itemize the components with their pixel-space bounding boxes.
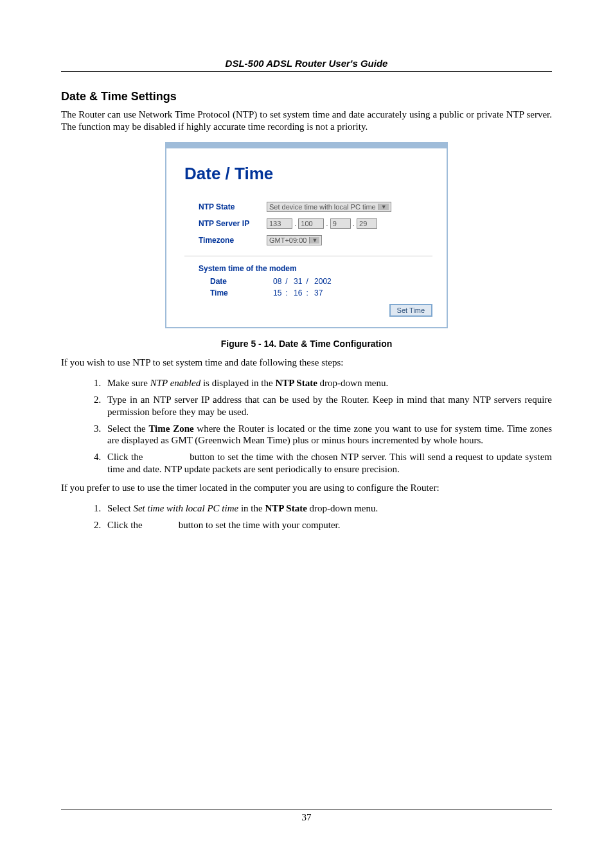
panel-title: Date / Time (184, 164, 432, 184)
timezone-select[interactable]: GMT+09:00 ▼ (267, 235, 322, 245)
time-values: 15: 16: 37 (273, 288, 326, 297)
ip-octet-2[interactable]: 100 (298, 218, 324, 229)
page-header: DSL-500 ADSL Router User's Guide (61, 58, 552, 72)
date-day: 31 (294, 277, 302, 286)
date-values: 08/ 31/ 2002 (273, 277, 335, 286)
after-fig-text-1: If you wish to use NTP to set system tim… (61, 357, 552, 369)
date-time-panel: Date / Time NTP State Set device time wi… (165, 142, 448, 328)
step-a-1: Make sure NTP enabled is displayed in th… (103, 377, 552, 389)
ntp-state-value: Set device time with local PC time (269, 203, 376, 211)
step-b-2: Click the button to set the time with yo… (103, 519, 552, 531)
step-a-4: Click the button to set the time with th… (103, 451, 552, 475)
ip-octet-4[interactable]: 29 (357, 218, 377, 229)
section-title: Date & Time Settings (61, 90, 552, 103)
date-year: 2002 (314, 277, 332, 286)
chevron-down-icon: ▼ (378, 204, 389, 210)
label-ntp-server-ip: NTP Server IP (184, 219, 267, 228)
divider (184, 256, 432, 256)
ip-field-group: 133. 100. 9. 29 (267, 218, 377, 229)
step-a-3: Select the Time Zone where the Router is… (103, 423, 552, 447)
time-minute: 16 (294, 288, 302, 297)
label-ntp-state: NTP State (184, 202, 267, 211)
step-a-2: Type in an NTP server IP address that ca… (103, 394, 552, 418)
dot: . (326, 219, 328, 228)
time-row: Time 15: 16: 37 (184, 288, 432, 297)
row-ntp-server-ip: NTP Server IP 133. 100. 9. 29 (184, 218, 432, 229)
row-ntp-state: NTP State Set device time with local PC … (184, 202, 432, 212)
after-fig-text-2: If you prefer to use to use the timer lo… (61, 482, 552, 494)
row-timezone: Timezone GMT+09:00 ▼ (184, 235, 432, 245)
ip-octet-1[interactable]: 133 (267, 218, 292, 229)
figure-wrap: Date / Time NTP State Set device time wi… (61, 142, 552, 328)
step-b-1: Select Set time with local PC time in th… (103, 502, 552, 515)
time-hour: 15 (273, 288, 281, 297)
time-label: Time (210, 288, 273, 297)
system-time-heading: System time of the modem (184, 264, 432, 273)
page-number: 37 (302, 812, 312, 822)
figure-caption: Figure 5 - 14. Date & Time Configuration (61, 339, 552, 349)
date-row: Date 08/ 31/ 2002 (184, 277, 432, 286)
label-timezone: Timezone (184, 236, 267, 245)
dot: . (294, 219, 296, 228)
steps-list-b: Select Set time with local PC time in th… (61, 502, 552, 531)
timezone-value: GMT+09:00 (269, 236, 306, 244)
intro-paragraph: The Router can use Network Time Protocol… (61, 109, 552, 133)
button-row: Set Time (184, 304, 432, 317)
dot: . (353, 219, 355, 228)
ntp-state-select[interactable]: Set device time with local PC time ▼ (267, 202, 391, 212)
ip-octet-3[interactable]: 9 (330, 218, 351, 229)
chevron-down-icon: ▼ (309, 237, 319, 244)
set-time-button[interactable]: Set Time (389, 304, 432, 317)
steps-list-a: Make sure NTP enabled is displayed in th… (61, 377, 552, 475)
page-footer: 37 (61, 810, 552, 823)
time-second: 37 (314, 288, 323, 297)
date-month: 08 (273, 277, 281, 286)
date-label: Date (210, 277, 273, 286)
